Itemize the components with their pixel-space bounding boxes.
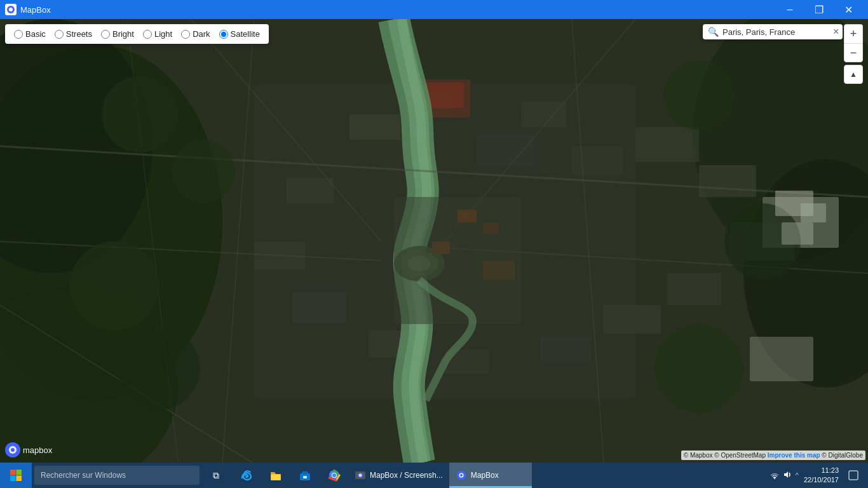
- search-input[interactable]: [722, 27, 829, 37]
- search-icon: 🔍: [708, 27, 719, 37]
- search-clear-button[interactable]: ×: [833, 27, 839, 37]
- svg-rect-60: [10, 476, 16, 482]
- svg-rect-15: [699, 165, 756, 197]
- mapbox-app-label: MapBox: [471, 471, 499, 480]
- style-option-bright[interactable]: Bright: [101, 29, 134, 39]
- svg-point-48: [118, 327, 200, 410]
- svg-rect-12: [521, 102, 566, 127]
- svg-point-47: [654, 324, 743, 413]
- store-app[interactable]: [291, 463, 319, 488]
- taskbar-apps: [233, 463, 348, 488]
- titlebar-left: MapBox: [5, 4, 51, 15]
- svg-point-45: [664, 60, 734, 130]
- svg-point-75: [774, 478, 775, 479]
- network-icon: [770, 470, 779, 481]
- expand-tray-icon[interactable]: ^: [796, 471, 799, 479]
- notification-button[interactable]: [844, 463, 863, 488]
- map-area[interactable]: Basic Streets Bright Light Dark Satellit…: [0, 19, 868, 463]
- mapbox-screenshot-label: MapBox / Screensh...: [370, 471, 443, 480]
- style-option-basic[interactable]: Basic: [14, 29, 46, 39]
- taskbar-right: ^ 11:23 22/10/2017: [770, 463, 868, 488]
- svg-rect-18: [604, 305, 661, 334]
- style-label-basic: Basic: [25, 29, 46, 39]
- style-option-dark[interactable]: Dark: [181, 29, 210, 39]
- mapbox-screenshot-app[interactable]: MapBox / Screensh...: [348, 463, 449, 488]
- map-background: [0, 19, 868, 463]
- task-view-button[interactable]: ⧉: [202, 463, 230, 488]
- taskbar: Rechercher sur Windows ⧉: [0, 463, 868, 488]
- zoom-out-button[interactable]: −: [844, 43, 863, 62]
- chrome-app[interactable]: [320, 463, 348, 488]
- svg-rect-17: [667, 273, 721, 305]
- taskbar-search-box[interactable]: Rechercher sur Windows: [34, 466, 200, 485]
- svg-rect-58: [10, 470, 16, 475]
- style-label-light: Light: [154, 29, 172, 39]
- svg-point-57: [11, 448, 15, 452]
- system-tray: ^: [770, 470, 799, 481]
- start-button[interactable]: [0, 463, 32, 488]
- svg-rect-63: [271, 475, 280, 480]
- map-controls: + − ▲: [844, 24, 863, 84]
- compass-button[interactable]: ▲: [844, 65, 863, 84]
- svg-point-71: [359, 474, 362, 477]
- style-label-bright: Bright: [112, 29, 134, 39]
- svg-rect-26: [426, 83, 464, 108]
- style-option-light[interactable]: Light: [143, 29, 172, 39]
- mapbox-logo: mapbox: [5, 442, 52, 458]
- search-bar: 🔍 ×: [703, 24, 843, 39]
- window-controls: – ❐ ✕: [775, 0, 863, 19]
- svg-point-68: [332, 473, 336, 477]
- clock-date: 22/10/2017: [804, 475, 839, 485]
- attribution-text: © Mapbox © OpenStreetMap: [684, 452, 768, 459]
- svg-rect-13: [572, 146, 623, 175]
- svg-point-44: [70, 241, 159, 330]
- minimize-button[interactable]: –: [775, 0, 804, 19]
- improve-map-link[interactable]: Improve this map: [768, 452, 820, 459]
- svg-rect-55: [432, 241, 450, 254]
- map-style-toolbar: Basic Streets Bright Light Dark Satellit…: [5, 24, 269, 44]
- svg-rect-61: [17, 476, 22, 482]
- svg-rect-76: [849, 471, 858, 480]
- titlebar: MapBox – ❐ ✕: [0, 0, 868, 19]
- app-logo: [5, 4, 17, 15]
- svg-point-42: [102, 76, 178, 152]
- style-label-dark: Dark: [193, 29, 210, 39]
- zoom-in-button[interactable]: +: [844, 24, 863, 43]
- maximize-button[interactable]: ❐: [804, 0, 834, 19]
- style-option-streets[interactable]: Streets: [55, 29, 92, 39]
- style-label-satellite: Satellite: [231, 29, 260, 39]
- mapbox-logo-icon: [5, 442, 20, 458]
- svg-point-43: [172, 140, 235, 203]
- volume-icon: [783, 470, 792, 481]
- mapbox-logo-text: mapbox: [23, 445, 52, 455]
- svg-rect-59: [17, 470, 22, 475]
- svg-rect-51: [801, 203, 826, 222]
- taskbar-search-placeholder: Rechercher sur Windows: [41, 471, 126, 480]
- svg-rect-53: [458, 210, 477, 222]
- svg-rect-14: [635, 127, 699, 162]
- svg-rect-19: [540, 337, 591, 362]
- svg-rect-9: [349, 114, 400, 140]
- style-option-satellite[interactable]: Satellite: [219, 29, 260, 39]
- task-view-icon: ⧉: [213, 470, 219, 481]
- mapbox-app[interactable]: MapBox: [449, 463, 532, 488]
- attribution-suffix: © DigitalGlobe: [820, 452, 863, 459]
- map-attribution: © Mapbox © OpenStreetMap Improve this ma…: [681, 451, 865, 460]
- style-label-streets: Streets: [66, 29, 92, 39]
- svg-rect-54: [483, 222, 499, 234]
- svg-rect-29: [750, 337, 813, 381]
- edge-app[interactable]: [233, 463, 261, 488]
- svg-rect-50: [782, 222, 813, 245]
- file-explorer-app[interactable]: [262, 463, 290, 488]
- svg-rect-65: [303, 476, 307, 478]
- svg-point-1: [9, 8, 13, 11]
- svg-point-74: [460, 474, 463, 477]
- clock-time: 11:23: [804, 466, 839, 475]
- close-button[interactable]: ✕: [834, 0, 863, 19]
- svg-rect-22: [292, 292, 346, 323]
- app-title: MapBox: [20, 5, 51, 15]
- svg-rect-24: [286, 178, 334, 203]
- system-clock[interactable]: 11:23 22/10/2017: [804, 466, 839, 485]
- svg-rect-11: [477, 133, 534, 165]
- map-imagery: [0, 19, 868, 463]
